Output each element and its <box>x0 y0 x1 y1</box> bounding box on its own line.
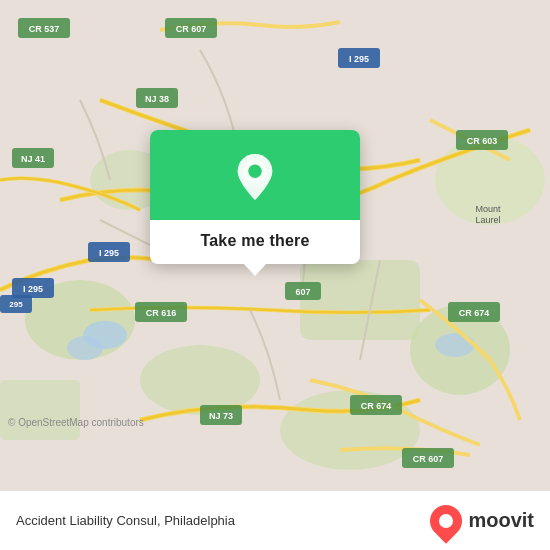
map-attribution: © OpenStreetMap contributors <box>8 417 144 428</box>
svg-rect-7 <box>0 380 80 440</box>
take-me-there-button[interactable]: Take me there <box>200 232 309 250</box>
svg-point-10 <box>67 336 103 360</box>
svg-text:CR 537: CR 537 <box>29 24 60 34</box>
bottom-bar: Accident Liability Consul, Philadelphia … <box>0 490 550 550</box>
location-popup: Take me there <box>150 130 360 264</box>
moovit-label: moovit <box>468 509 534 532</box>
location-text: Accident Liability Consul, Philadelphia <box>16 513 235 528</box>
svg-text:CR 603: CR 603 <box>467 136 498 146</box>
svg-text:CR 607: CR 607 <box>413 454 444 464</box>
svg-text:CR 674: CR 674 <box>459 308 490 318</box>
svg-text:NJ 73: NJ 73 <box>209 411 233 421</box>
svg-text:CR 616: CR 616 <box>146 308 177 318</box>
moovit-logo: moovit <box>430 505 534 537</box>
svg-text:607: 607 <box>295 287 310 297</box>
moovit-icon <box>424 498 469 543</box>
popup-header <box>150 130 360 220</box>
map-container: CR 537 CR 607 I 295 NJ 38 NJ 41 CR 603 I… <box>0 0 550 490</box>
popup-content[interactable]: Take me there <box>150 220 360 264</box>
location-pin-icon <box>233 152 277 202</box>
svg-point-46 <box>248 165 261 178</box>
svg-text:I 295: I 295 <box>23 284 43 294</box>
svg-text:NJ 38: NJ 38 <box>145 94 169 104</box>
svg-text:CR 674: CR 674 <box>361 401 392 411</box>
svg-text:NJ 41: NJ 41 <box>21 154 45 164</box>
svg-text:I 295: I 295 <box>99 248 119 258</box>
svg-text:Mount: Mount <box>475 204 501 214</box>
svg-text:295: 295 <box>9 300 23 309</box>
svg-text:I 295: I 295 <box>349 54 369 64</box>
svg-text:Laurel: Laurel <box>475 215 500 225</box>
svg-text:CR 607: CR 607 <box>176 24 207 34</box>
svg-point-11 <box>435 333 475 357</box>
